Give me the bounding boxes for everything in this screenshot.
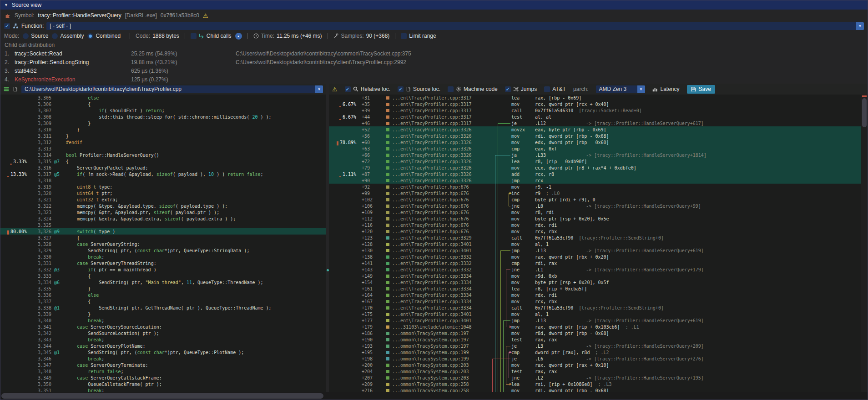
source-line[interactable]: 3,350QueueCallstackFrame( ptr ); [0,381,326,387]
asm-row[interactable]: +161...ent\TracyProfiler.cpp:3334lear8, … [329,285,861,292]
asm-row[interactable]: +195...ommon\TracySystem.cpp:199cmpdword… [329,349,861,355]
source-line[interactable]: 3,331case ServerQueryThreadString: [0,260,326,266]
asm-row[interactable]: +179....31103\include\atomic:1048movrax,… [329,324,861,330]
limit-range-toggle[interactable]: ✓ Limit range [401,33,436,39]
source-line[interactable]: 3,330break; [0,254,326,260]
latency-button[interactable]: Latency [652,86,680,92]
asm-row[interactable]: +167...ent\TracyProfiler.cpp:3334movrcx,… [329,298,861,305]
chevron-down-icon[interactable]: ▼ [315,85,323,93]
source-line[interactable]: 3,336else [0,292,326,298]
toggle-source-loc[interactable]: ✓Source loc. [398,86,440,92]
source-line[interactable]: 3,324memcpy( &extra, &payload.extra, siz… [0,215,326,222]
source-line[interactable]: 3,327{ [0,235,326,241]
child-calls-checkbox[interactable]: ✓ [191,33,197,39]
source-line[interactable]: 3,348return false; [0,368,326,375]
asm-row[interactable]: +99...ent\TracyProfiler.hpp:676incr9; .L… [329,190,861,196]
asm-row[interactable]: +63...ent\TracyProfiler.cpp:3326cmpeax, … [329,145,861,152]
source-line[interactable]: 3,340break; [0,317,326,324]
uarch-combo[interactable]: AMD Zen 3 ▼ [596,85,645,93]
asm-row[interactable]: +120...ent\TracyProfiler.hpp:676movrcx, … [329,228,861,235]
mode-radio-assembly[interactable]: Assembly [52,33,84,39]
asm-row[interactable]: +175...ent\TracyProfiler.cpp:3401moval, … [329,311,861,317]
asm-row[interactable]: +52...ent\TracyProfiler.cpp:3326movzxeax… [329,126,861,133]
asm-row[interactable]: +56...ent\TracyProfiler.cpp:3326movrdi, … [329,133,861,139]
asm-row[interactable]: +177...ent\TracyProfiler.cpp:3401jmp.L13… [329,317,861,324]
asm-row[interactable]: +193...ommon\TracySystem.cpp:197je.L3-> … [329,343,861,349]
horizontal-scrollbar[interactable] [0,392,868,400]
limit-range-checkbox[interactable]: ✓ [401,33,407,39]
source-line[interactable]: 3.33%3,315@7{ [0,158,326,165]
asm-row[interactable]: +141...ent\TracyProfiler.cpp:3332cmprdi,… [329,260,861,266]
asm-row[interactable]: +154...ent\TracyProfiler.cpp:3334movbyte… [329,279,861,285]
source-line[interactable]: 3,335} [0,285,326,292]
asm-row[interactable]: +164...ent\TracyProfiler.cpp:3334movrdx,… [329,292,861,298]
asm-row[interactable]: +128...ent\TracyProfiler.cpp:3401moval, … [329,241,861,247]
child-call-item[interactable]: 1.tracy::Socket::Read25.25 ms (54.89%)C:… [0,49,868,58]
asm-row[interactable]: +46...ent\TracyProfiler.cpp:3317je.L12->… [329,120,861,126]
collapse-arrow-icon[interactable]: ▼ [4,3,8,7]
asm-row[interactable]: +31...ent\TracyProfiler.cpp:3317learax, … [329,95,861,101]
chevron-down-icon[interactable]: ▼ [637,85,645,93]
source-line[interactable]: 3,343break; [0,336,326,343]
scrollbar-thumb[interactable] [1,393,323,399]
asm-row[interactable]: +116...ent\TracyProfiler.hpp:676movrdx, … [329,222,861,228]
asm-row[interactable]: +149...ent\TracyProfiler.cpp:3334movr9d,… [329,273,861,279]
asm-row[interactable]: +130...ent\TracyProfiler.cpp:3401jmp.L13… [329,247,861,254]
asm-row[interactable]: +209...ommon\TracySystem.cpp:258learsi, … [329,381,861,387]
mode-radio-combined[interactable]: Combined [87,33,121,39]
asm-row[interactable]: +207...ommon\TracySystem.cpp:203jne.L2->… [329,375,861,381]
asm-row[interactable]: +198...ommon\TracySystem.cpp:199je.L6-> … [329,355,861,362]
asm-row[interactable]: +106...ent\TracyProfiler.hpp:676jne.L0->… [329,203,861,209]
source-line[interactable]: 3,337{ [0,298,326,305]
source-line[interactable]: 3,342SendSourceLocation( ptr ); [0,330,326,336]
source-line[interactable]: 3,318 [0,177,326,184]
asm-row[interactable]: +102...ent\TracyProfiler.hpp:676cmpbyte … [329,196,861,203]
source-line[interactable]: 3,319uint8_t type; [0,184,326,190]
asm-row[interactable]: +39...ent\TracyProfiler.cpp:3317call0x7f… [329,107,861,114]
scrollbar-thumb[interactable] [862,98,867,127]
asm-row[interactable]: +138...ent\TracyProfiler.cpp:3332movrax,… [329,254,861,260]
source-line[interactable]: 3,323memcpy( &ptr, &payload.ptr, sizeof(… [0,209,326,215]
source-line[interactable]: 3,338@1SendString( ptr, GetThreadName( p… [0,305,326,311]
source-line[interactable]: 3,309} [0,120,326,126]
source-line[interactable]: 3,321uint32_t extra; [0,196,326,203]
vertical-scrollbar[interactable] [861,95,868,392]
chevron-down-icon[interactable]: ▼ [856,22,864,30]
asm-row[interactable]: +72...ent\TracyProfiler.cpp:3326lear8, [… [329,158,861,165]
toggle-jumps[interactable]: ✓Jumps [505,86,537,92]
asm-row[interactable]: 6.67%+44...ent\TracyProfiler.cpp:3317tes… [329,114,861,120]
child-call-item[interactable]: 2.tracy::Profiler::SendLongString19.88 m… [0,58,868,66]
toggle-machine-code[interactable]: ✓Machine code [448,86,498,92]
source-line[interactable]: 3,305else [0,95,326,101]
source-line[interactable]: 3,314bool Profiler::HandleServerQuery() [0,152,326,158]
source-line[interactable]: 3,311} [0,133,326,139]
source-line[interactable]: 3,313 [0,145,326,152]
collapse-child-calls-button[interactable]: ▲ [235,33,242,40]
source-line[interactable]: 3,349case ServerQueryCallstackFrame: [0,375,326,381]
source-line[interactable]: 3,308std::this_thread::sleep_for( std::c… [0,114,326,120]
source-line[interactable]: 3,341case ServerQuerySourceLocation: [0,324,326,330]
asm-row[interactable]: +170...ent\TracyProfiler.cpp:3334call0x7… [329,305,861,311]
source-line[interactable]: 3,306{ [0,101,326,107]
function-checkbox[interactable]: ✓ [4,23,10,29]
toggle-at-t[interactable]: ✓AT&T [544,86,566,92]
source-line[interactable]: 3,339} [0,311,326,317]
save-button[interactable]: Save [687,85,715,94]
asm-row[interactable]: +190...ommon\TracySystem.cpp:197testrax,… [329,336,861,343]
source-line[interactable]: 3,328case ServerQueryString: [0,241,326,247]
asm-row[interactable]: +216...ommon\TracySystem.cpp:258movrdi, … [329,387,861,392]
source-line[interactable]: 3,332@3if( ptr == m_mainThread ) [0,266,326,273]
asm-row[interactable]: +143...ent\TracyProfiler.cpp:3332jne.L1-… [329,266,861,273]
asm-row[interactable]: +186...ommon\TracySystem.cpp:197movr8d, … [329,330,861,336]
source-line[interactable]: 3,346break; [0,355,326,362]
source-line[interactable]: 3,320uint64_t ptr; [0,190,326,196]
asm-row[interactable]: +200...ommon\TracySystem.cpp:203movrax, … [329,362,861,368]
source-line[interactable]: 3,316ServerQueryPacket payload; [0,165,326,171]
asm-row[interactable]: 6.67%+35...ent\TracyProfiler.cpp:3317mov… [329,101,861,107]
mode-radio-source[interactable]: Source [23,33,48,39]
source-line[interactable]: 13.33%3,317@5if( !m_sock->Read( &payload… [0,171,326,177]
asm-row[interactable]: +112...ent\TracyProfiler.hpp:676movbyte … [329,215,861,222]
asm-row[interactable]: +204...ommon\TracySystem.cpp:203testrax,… [329,368,861,375]
asm-row[interactable]: +79...ent\TracyProfiler.cpp:3326movecx, … [329,165,861,171]
source-line[interactable]: 3,344case ServerQueryPlotName: [0,343,326,349]
